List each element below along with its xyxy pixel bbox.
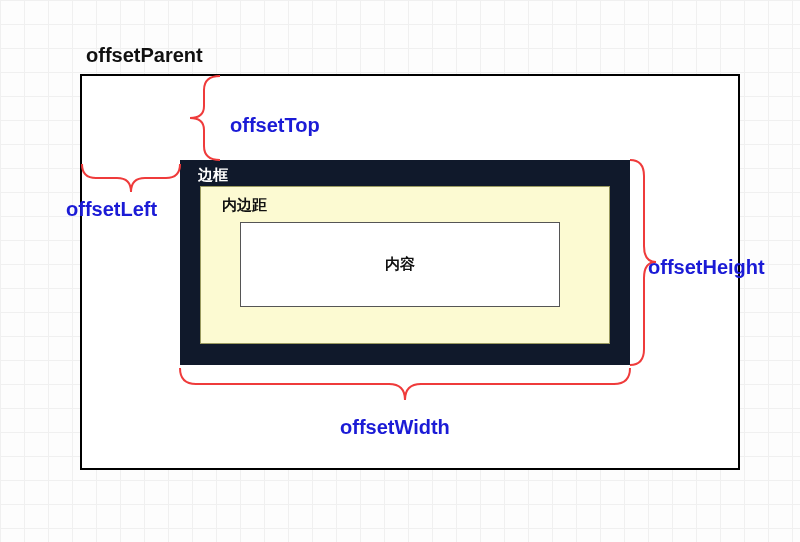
offset-top-label: offsetTop <box>230 114 320 137</box>
offset-left-label: offsetLeft <box>66 198 157 221</box>
content-box: 内容 <box>240 222 560 307</box>
offset-parent-label: offsetParent <box>86 44 203 67</box>
offset-width-label: offsetWidth <box>340 416 450 439</box>
padding-label: 内边距 <box>222 196 267 215</box>
brace-offset-width <box>180 362 630 412</box>
offset-height-label: offsetHeight <box>648 256 765 279</box>
diagram-stage: offsetParent 边框 内边距 内容 offsetTop offsetL… <box>0 0 800 542</box>
brace-offset-top <box>180 76 230 160</box>
content-label: 内容 <box>385 255 415 274</box>
brace-offset-left <box>82 160 180 200</box>
border-label: 边框 <box>198 166 228 185</box>
